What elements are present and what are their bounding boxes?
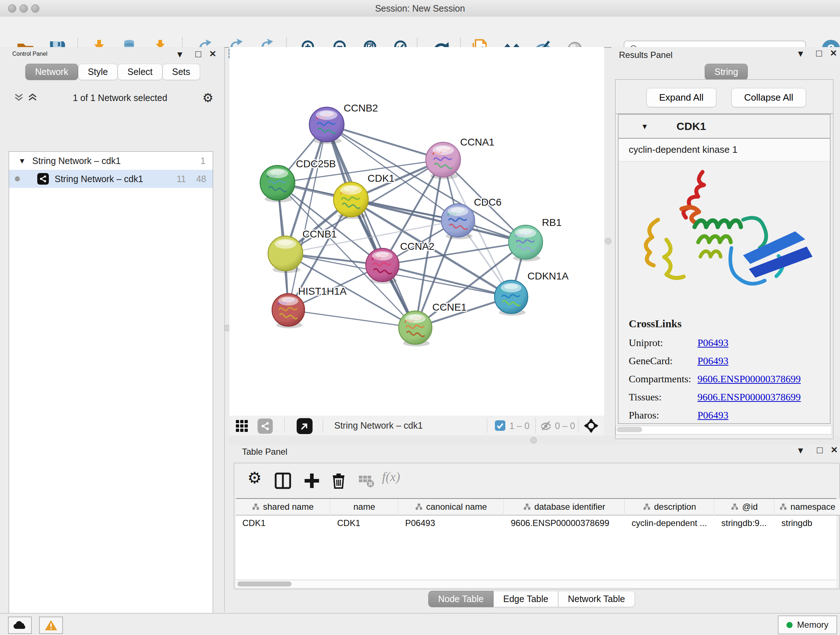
node-CDK1[interactable]	[333, 182, 368, 219]
node-HIST1H1A[interactable]	[272, 294, 305, 328]
column-header-@id[interactable]: @id	[715, 499, 775, 516]
node-RB1[interactable]	[508, 225, 543, 261]
delete-column-icon[interactable]	[329, 471, 348, 490]
tab-style[interactable]: Style	[78, 64, 118, 80]
memory-button[interactable]: Memory	[778, 616, 837, 634]
tab-network[interactable]: Network	[25, 64, 78, 80]
delete-table-icon-disabled	[357, 471, 376, 490]
cloud-status-button[interactable]	[8, 616, 32, 634]
table-cell[interactable]: CDK1	[331, 516, 398, 531]
float-panel-icon[interactable]: □	[816, 49, 822, 58]
column-header-description[interactable]: description	[625, 499, 714, 516]
edge-CCNB2-CCNA1[interactable]	[327, 125, 443, 160]
cdk1-entry: ▾ CDK1 cyclin-dependent kinase 1	[618, 114, 831, 424]
network-canvas[interactable]: CCNB2CCNA1CDC25BCDK1CDC6RB1CCNB1CCNA2CDK…	[229, 47, 604, 416]
tab-sets[interactable]: Sets	[163, 64, 200, 80]
table-cell[interactable]: stringdb	[775, 516, 840, 531]
tab-network-table[interactable]: Network Table	[558, 591, 635, 607]
node-CCNA1[interactable]	[426, 142, 461, 179]
network-options-gear-icon[interactable]: ⚙	[202, 90, 213, 105]
collection-count: 1	[201, 156, 205, 166]
status-bar: Memory	[0, 613, 840, 635]
table-cell[interactable]: CDK1	[236, 516, 330, 531]
table-cell[interactable]: stringdb:9...	[715, 516, 774, 531]
show-columns-icon[interactable]	[273, 471, 292, 490]
memory-status-dot-icon	[786, 622, 793, 628]
footer-separator	[487, 418, 487, 433]
create-column-icon[interactable]	[302, 471, 321, 490]
collection-disclosure-icon[interactable]: ▾	[20, 156, 24, 166]
tab-edge-table[interactable]: Edge Table	[493, 591, 558, 607]
tab-select[interactable]: Select	[118, 64, 162, 80]
footer-separator	[323, 418, 323, 433]
collapse-panel-icon[interactable]: ▾	[798, 445, 803, 455]
close-panel-icon[interactable]: ✕	[209, 50, 216, 58]
entry-disclosure-icon[interactable]: ▾	[643, 121, 647, 131]
results-panel-title: Results Panel	[619, 50, 673, 60]
column-header-namespace[interactable]: namespace	[775, 499, 840, 516]
crosslink-label: GeneCard:	[629, 355, 698, 367]
selected-checkbox-icon[interactable]	[495, 420, 505, 431]
table-cell[interactable]: 9606.ENSP00000378699	[504, 516, 624, 531]
collapse-all-button[interactable]: Collapse All	[731, 88, 806, 107]
crosslink-row: Tissues:9606.ENSP00000378699	[629, 391, 817, 403]
table-hscrollbar[interactable]	[236, 580, 836, 587]
network-share-view-icon[interactable]	[257, 418, 273, 434]
network-row-selected[interactable]: String Network – cdk1 11 48	[9, 170, 213, 188]
collapse-panel-icon[interactable]: ▾	[177, 49, 182, 59]
network-selected-status: 1 of 1 Network selected	[38, 93, 202, 103]
edge-HIST1H1A-CCNE1[interactable]	[288, 310, 415, 328]
crosslink-link[interactable]: 9606.ENSP00000378699	[698, 391, 801, 403]
column-header-database-identifier[interactable]: database identifier	[504, 499, 625, 516]
memory-label: Memory	[797, 620, 829, 630]
node-CCNE1[interactable]	[399, 311, 432, 347]
string-results-container: Expand All Collapse All ▾ CDK1 cyclin-de…	[615, 79, 834, 439]
results-panel: Results Panel ▾ □ ✕ String Expand All Co…	[611, 47, 840, 435]
crosslink-link[interactable]: P06493	[698, 337, 729, 348]
column-header-shared-name[interactable]: shared name	[236, 499, 330, 516]
crosslink-link[interactable]: P06493	[698, 355, 729, 367]
table-panel-title: Table Panel	[242, 447, 287, 457]
node-CDC25B[interactable]	[260, 165, 295, 203]
warning-status-button[interactable]	[39, 616, 63, 634]
birds-eye-view-icon[interactable]	[583, 418, 599, 434]
results-hscrollbar[interactable]	[616, 426, 832, 434]
table-container: ⚙ f(x) shared nameCDK1nameCDK1canonical …	[234, 463, 840, 589]
collapse-all-icon[interactable]	[14, 93, 24, 103]
warning-icon	[44, 619, 57, 631]
crosslinks-section: CrossLinks Uniprot:P06493GeneCard:P06493…	[629, 318, 817, 428]
table-cell[interactable]: cyclin-dependent ...	[625, 516, 714, 531]
node-CDKN1A[interactable]	[494, 280, 528, 316]
float-panel-icon[interactable]: □	[195, 49, 201, 59]
close-panel-icon[interactable]: ✕	[830, 49, 837, 57]
splitter-handle[interactable]	[605, 238, 611, 244]
network-tree: ▾ String Network – cdk1 1 String Network…	[9, 151, 213, 635]
hidden-eye-icon	[540, 420, 552, 432]
network-collection-row[interactable]: ▾ String Network – cdk1 1	[9, 152, 213, 170]
node-label-CCNB2: CCNB2	[344, 103, 378, 114]
float-panel-icon[interactable]: □	[817, 445, 823, 455]
grid-view-icon[interactable]	[235, 419, 248, 432]
node-CDC6[interactable]	[441, 204, 475, 239]
node-table: shared nameCDK1nameCDK1canonical nameP06…	[236, 498, 836, 579]
node-count: 11	[177, 174, 186, 184]
column-header-canonical-name[interactable]: canonical name	[399, 499, 504, 516]
open-in-window-icon[interactable]	[297, 418, 313, 434]
table-options-gear-icon[interactable]: ⚙	[248, 469, 262, 487]
crosslink-link[interactable]: P06493	[698, 409, 729, 421]
table-cell[interactable]: P06493	[399, 516, 504, 531]
crosslink-row: Pharos:P06493	[629, 409, 817, 421]
footer-separator	[535, 418, 536, 433]
tab-string[interactable]: String	[705, 64, 748, 80]
node-label-CDK1: CDK1	[368, 173, 395, 184]
splitter-handle[interactable]	[531, 437, 537, 443]
column-header-name[interactable]: name	[331, 499, 398, 516]
tab-node-table[interactable]: Node Table	[428, 591, 493, 607]
close-panel-icon[interactable]: ✕	[831, 446, 838, 454]
crosslink-link[interactable]: 9606.ENSP00000378699	[698, 373, 801, 385]
collapse-panel-icon[interactable]: ▾	[798, 49, 803, 59]
expand-all-button[interactable]: Expand All	[646, 88, 716, 107]
table-tabs: Node Table Edge Table Network Table	[428, 591, 635, 607]
edge-CCNB2-CCNE1[interactable]	[327, 125, 415, 328]
expand-all-icon[interactable]	[27, 93, 38, 103]
